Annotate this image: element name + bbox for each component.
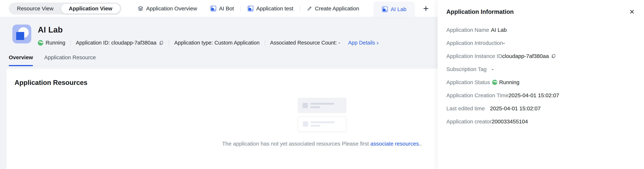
tab-ai-bot[interactable]: AI Bot <box>204 6 240 12</box>
panel-rows: Application Name AI Lab Application Intr… <box>446 27 635 124</box>
info-row: Application Status Running <box>446 80 635 85</box>
info-label: Application creator <box>446 118 492 125</box>
resource-count-label: Associated Resource Count: - <box>270 40 340 46</box>
top-tabs: Application Overview AI Bot Application … <box>138 0 477 17</box>
page-title: AI Lab <box>38 25 378 34</box>
info-label: Application Status <box>446 79 490 86</box>
panel-title: Application Information <box>446 8 635 15</box>
meta-divider <box>265 40 265 46</box>
status-label: Running <box>46 40 65 46</box>
associate-resources-link[interactable]: associate resources. <box>370 141 420 147</box>
app-icon <box>210 6 216 12</box>
tab-label: AI Bot <box>219 6 234 12</box>
info-row: Application Introduction - <box>446 40 635 46</box>
view-toggle: Resource View Application View <box>9 2 121 14</box>
info-label: Application Creation Time <box>446 92 508 98</box>
tab-label: AI Lab <box>391 6 406 12</box>
application-view-button[interactable]: Application View <box>61 3 120 14</box>
info-row: Application Name AI Lab <box>446 27 635 33</box>
info-value: AI Lab <box>491 27 507 33</box>
info-label: Application Name <box>446 27 489 33</box>
app-details-link[interactable]: App Details › <box>348 40 379 46</box>
tab-application-overview[interactable]: Application Overview <box>138 6 204 12</box>
tab-ai-lab-active[interactable]: AI Lab <box>374 2 415 17</box>
info-value: - <box>503 40 505 46</box>
info-value: 200033455104 <box>492 118 528 125</box>
info-row: Application Instance ID cloudapp-7af380a… <box>446 54 635 59</box>
placeholder-card <box>298 98 346 113</box>
info-label: Application Introduction <box>446 40 503 46</box>
copy-icon[interactable] <box>551 54 556 59</box>
application-information-panel: Application Information ✕ Application Na… <box>438 0 644 169</box>
tab-label: Application test <box>256 6 293 12</box>
resource-view-button[interactable]: Resource View <box>10 2 61 14</box>
tab-label: Application Overview <box>146 6 197 12</box>
info-value: Running <box>499 79 520 86</box>
status-badge: Running <box>38 40 65 46</box>
info-row: Application Creation Time 2025-04-01 15:… <box>446 93 635 98</box>
info-label: Application Instance ID <box>446 53 502 59</box>
status-running-icon <box>38 40 43 46</box>
app-logo-icon <box>12 24 31 44</box>
info-value: cloudapp-7af380aa <box>502 53 549 59</box>
info-value: - <box>492 66 494 72</box>
chevron-right-icon: › <box>376 40 378 46</box>
info-value: 2025-04-01 15:02:07 <box>508 92 559 98</box>
close-icon[interactable]: ✕ <box>630 9 635 15</box>
app-icon <box>248 6 254 12</box>
meta-divider <box>169 40 169 46</box>
tab-create-application[interactable]: Create Application <box>300 6 366 12</box>
empty-text-suffix: . <box>420 141 422 147</box>
app-header: AI Lab Running Application ID: cloudapp-… <box>12 24 378 46</box>
copy-icon[interactable] <box>158 40 164 46</box>
placeholder-card <box>298 116 346 132</box>
tab-application-resource[interactable]: Application Resource <box>44 54 96 66</box>
meta-divider <box>70 40 71 46</box>
info-row: Application creator 200033455104 <box>446 119 635 124</box>
info-label: Last edited time <box>446 106 485 112</box>
add-tab-button[interactable]: + <box>423 4 428 13</box>
empty-text-prefix: The application has not yet associated r… <box>222 141 370 147</box>
app-icon <box>382 6 388 12</box>
info-label: Subscription Tag <box>446 66 486 72</box>
application-id-label: Application ID: cloudapp-7af380aa <box>76 40 156 46</box>
app-meta-row: Running Application ID: cloudapp-7af380a… <box>38 40 378 46</box>
pencil-icon <box>307 6 312 11</box>
info-row: Subscription Tag - <box>446 66 635 72</box>
layers-icon <box>138 6 144 12</box>
application-type-label: Application type: Custom Application <box>174 40 260 46</box>
tab-application-test[interactable]: Application test <box>241 6 300 12</box>
status-running-icon <box>492 80 497 85</box>
info-row: Last edited time 2025-04-01 15:02:07 <box>446 106 635 111</box>
info-value: 2025-04-01 15:02:07 <box>490 106 541 112</box>
tab-overview[interactable]: Overview <box>9 54 33 66</box>
empty-state-text: The application has not yet associated r… <box>222 141 422 147</box>
tab-label: Create Application <box>315 6 359 12</box>
